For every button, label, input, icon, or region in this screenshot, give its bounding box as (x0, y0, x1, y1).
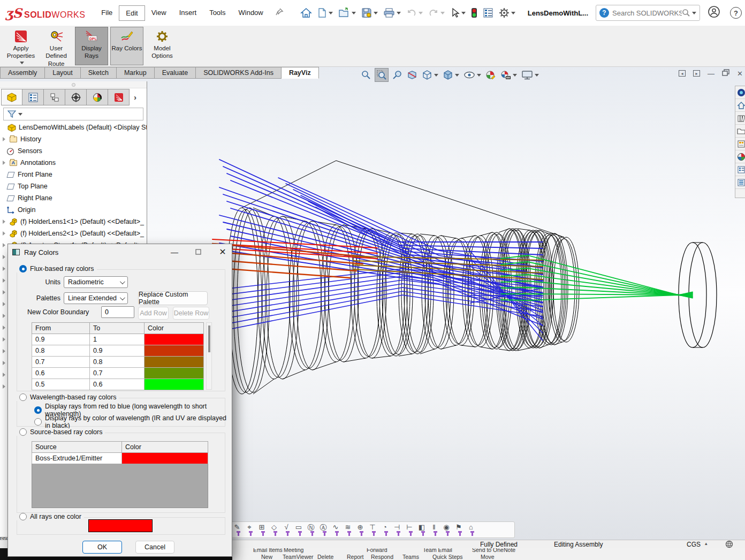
apply-scene-icon[interactable] (499, 69, 518, 81)
account-icon[interactable] (708, 5, 720, 20)
menu-edit[interactable]: Edit (119, 5, 145, 21)
wavelength-radio[interactable] (19, 393, 27, 401)
expand-arrow-icon[interactable] (3, 326, 5, 330)
target-icon[interactable]: ⌖ (244, 523, 255, 536)
tab-evaluate[interactable]: Evaluate (155, 67, 196, 79)
tab-rayviz[interactable]: RayViz (282, 67, 319, 79)
tree-item-sensors[interactable]: Sensors (0, 145, 147, 157)
menu-tools[interactable]: Tools (203, 5, 232, 21)
zoom-fit-icon[interactable] (360, 69, 373, 81)
expand-arrow-icon[interactable] (3, 361, 5, 365)
flux-radio[interactable] (19, 265, 27, 273)
flux-color-swatch[interactable] (145, 357, 204, 368)
taskpane-list-icon[interactable] (735, 176, 745, 189)
tag-right-icon[interactable]: ⊢ (404, 523, 415, 536)
tab-assembly[interactable]: Assembly (0, 67, 45, 79)
tree-item-history[interactable]: History (0, 133, 147, 145)
spring-icon[interactable]: ≋ (343, 523, 353, 536)
tree-item-top-plane[interactable]: Top Plane (0, 180, 147, 192)
view-palette-icon[interactable] (735, 138, 745, 150)
allrays-radio[interactable] (19, 513, 27, 520)
flux-from-cell[interactable]: 0.6 (32, 368, 90, 379)
tree-item-annotations[interactable]: AAnnotations (0, 157, 147, 169)
dropdown-icon[interactable] (20, 62, 24, 64)
zoom-area-icon[interactable] (375, 68, 389, 82)
tab-solidworks-add-ins[interactable]: SOLIDWORKS Add-Ins (196, 67, 282, 79)
expand-arrow-icon[interactable] (3, 384, 5, 389)
flux-from-cell[interactable]: 0.8 (32, 345, 90, 357)
ok-button[interactable]: OK (82, 541, 122, 554)
print-button[interactable] (382, 5, 402, 20)
check-icon[interactable]: √ (281, 523, 292, 536)
flux-from-cell[interactable]: 0.5 (32, 379, 90, 390)
flux-from-cell[interactable]: 0.7 (32, 357, 90, 368)
menu-window[interactable]: Window (232, 5, 270, 21)
tree-item-f-holderlens2-1-default-[interactable]: (f) HolderLens2<1> (Default) <<Default>_ (0, 228, 147, 239)
edit-appearance-icon[interactable] (484, 69, 497, 81)
color-of-wavelength-radio[interactable] (34, 418, 42, 426)
grid-icon[interactable]: ⊞ (256, 523, 267, 536)
tab-layout[interactable]: Layout (45, 67, 81, 79)
search-dropdown-icon[interactable] (692, 12, 696, 14)
expand-arrow-icon[interactable] (3, 337, 5, 342)
units-combobox[interactable]: Radiometric (64, 276, 128, 288)
screen-icon[interactable]: ◧ (416, 523, 427, 536)
tag-left-icon[interactable]: ⊣ (392, 523, 402, 536)
allrays-color-swatch[interactable] (88, 519, 153, 532)
view-settings-icon[interactable] (520, 69, 540, 81)
display-style-icon[interactable] (442, 69, 460, 81)
dimxpert-tab[interactable] (65, 89, 87, 105)
source-color-swatch[interactable] (122, 453, 208, 464)
filter-dropdown-icon[interactable] (18, 113, 22, 116)
file-explorer-icon[interactable] (735, 125, 745, 138)
bars-icon[interactable]: ‖ (429, 523, 439, 536)
flag-icon[interactable]: ⚑ (453, 523, 464, 536)
tree-item-f-holderlens1-1-default-[interactable]: (f) HolderLens1<1> (Default) <<Default>_ (0, 216, 147, 228)
flux-color-swatch[interactable] (145, 345, 204, 357)
doc-minimize-icon[interactable]: — (708, 70, 714, 78)
new-document-button[interactable] (316, 5, 335, 20)
red-to-blue-radio[interactable] (34, 406, 42, 414)
custom-properties-icon[interactable] (735, 163, 745, 176)
apply-properties-button[interactable]: Apply Properties (4, 27, 37, 65)
expand-arrow-icon[interactable] (3, 231, 5, 236)
expand-arrow-icon[interactable] (3, 278, 5, 283)
expand-arrow-icon[interactable] (3, 290, 5, 294)
dot-icon[interactable]: ◉ (441, 523, 452, 536)
panel-splitter[interactable] (0, 81, 147, 88)
tab-markup[interactable]: Markup (117, 67, 155, 79)
select-cursor-button[interactable] (448, 5, 467, 20)
replace-custom-palette-button[interactable]: Replace Custom Palette (138, 291, 208, 305)
expand-arrow-icon[interactable] (3, 349, 5, 353)
home-taskpane-icon[interactable] (735, 99, 745, 112)
dialog-minimize-icon[interactable]: — (168, 246, 181, 258)
gauge-icon[interactable]: ◔ (379, 523, 390, 536)
display-rays-button[interactable]: DPLDisplay Rays (75, 27, 108, 65)
search-magnifier-icon[interactable] (682, 9, 690, 17)
flux-color-swatch[interactable] (145, 334, 204, 345)
delete-row-button[interactable]: Delete Row (173, 307, 209, 320)
tags-icon[interactable] (725, 540, 733, 550)
flux-from-cell[interactable]: 0.9 (32, 334, 90, 345)
flux-to-cell[interactable]: 1 (90, 334, 145, 345)
expand-arrow-icon[interactable] (3, 243, 5, 247)
home-icon[interactable]: ⌂ (466, 523, 476, 536)
menu-insert[interactable]: Insert (173, 5, 203, 21)
doc-restore-icon[interactable] (722, 69, 729, 78)
expand-arrow-icon[interactable] (3, 255, 5, 259)
next-pane-icon[interactable]: ▸ (693, 70, 700, 77)
settings-gear-button[interactable] (497, 5, 517, 20)
stamp-icon[interactable]: ⊕ (355, 523, 366, 536)
pencil-icon[interactable]: ✎ (232, 523, 242, 536)
more-tabs-icon[interactable]: › (134, 93, 136, 102)
tree-item-root[interactable]: LensDemoWithLabels (Default) <Display St… (0, 122, 147, 133)
menu-file[interactable]: File (95, 5, 119, 21)
cancel-button[interactable]: Cancel (135, 541, 174, 554)
redo-button[interactable] (427, 6, 446, 20)
help-search-box[interactable]: ? (596, 5, 700, 21)
new-color-boundary-input[interactable] (101, 306, 134, 318)
pin-menu-icon[interactable] (275, 7, 284, 18)
dialog-close-icon[interactable]: ✕ (216, 246, 230, 258)
dialog-maximize-icon[interactable] (191, 246, 205, 258)
user-defined-route-button[interactable]: User Defined Route (40, 27, 73, 65)
